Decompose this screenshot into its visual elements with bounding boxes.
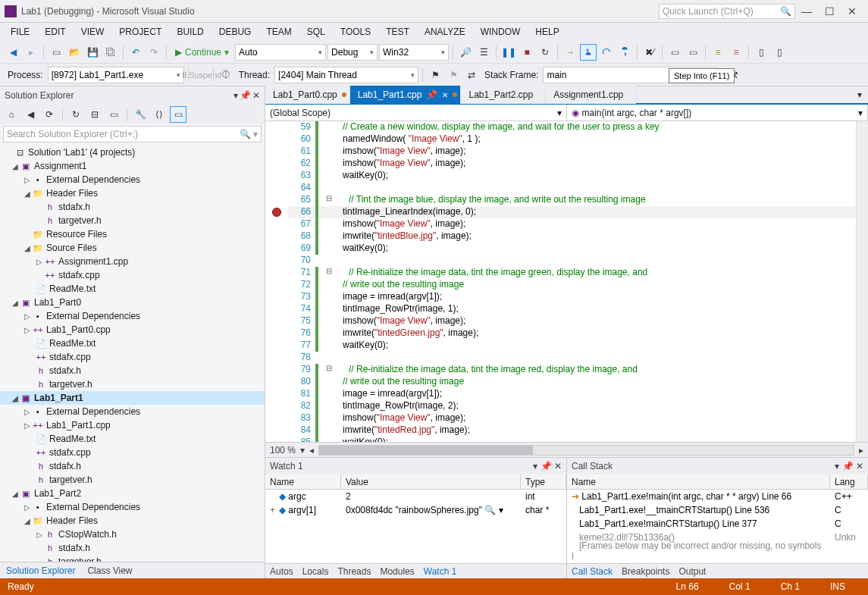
file-node[interactable]: hstdafx.h xyxy=(0,200,265,214)
doc-tab-active[interactable]: Lab1_Part1.cpp📌✕ xyxy=(350,86,462,104)
close-icon[interactable]: ✕ xyxy=(252,90,260,101)
list-button[interactable]: ☰ xyxy=(475,44,492,61)
callstack-row[interactable]: Lab1_Part1.exe!mainCRTStartup() Line 377… xyxy=(567,517,868,531)
code-line[interactable]: imshow("Image View", image); xyxy=(327,412,465,424)
find-button[interactable]: 🔎 xyxy=(457,44,474,61)
file-node[interactable]: ++stdafx.cpp xyxy=(0,350,265,364)
tab-solution-explorer[interactable]: Solution Explorer xyxy=(0,562,81,578)
code-line[interactable]: waitKey(0); xyxy=(327,437,388,442)
menu-tools[interactable]: TOOLS xyxy=(333,27,378,37)
code-line[interactable]: image = imread(argv[1]); xyxy=(327,291,442,303)
solution-node[interactable]: ⊡Solution 'Lab1' (4 projects) xyxy=(0,146,265,159)
scope-dropdown-1[interactable]: (Global Scope)▾ xyxy=(265,105,567,121)
doc-tab[interactable]: Lab1_Part0.cpp xyxy=(265,86,350,104)
menu-test[interactable]: TEST xyxy=(378,27,417,37)
code-line[interactable]: tintImage_RowPtr(image, 1); xyxy=(327,303,459,315)
stop-button[interactable]: ■ xyxy=(519,44,535,61)
col-value[interactable]: Value xyxy=(341,474,521,489)
project-node[interactable]: ◢▣Lab1_Part2 xyxy=(0,487,265,500)
flag-button-2[interactable]: ⚑ xyxy=(445,67,462,83)
code-line[interactable]: // Re-initialize the image data, tint th… xyxy=(334,267,647,279)
code-line[interactable] xyxy=(327,352,343,364)
tab-call-stack[interactable]: Call Stack xyxy=(567,566,617,577)
misc-button-1[interactable]: ▯ xyxy=(753,44,769,61)
redo-button[interactable]: ↷ xyxy=(146,44,162,61)
code-line[interactable]: imshow("Image View", image); xyxy=(327,146,465,158)
file-node[interactable]: hstdafx.h xyxy=(0,459,265,473)
file-node[interactable]: 📄ReadMe.txt xyxy=(0,282,265,296)
folder-node[interactable]: ▷▪External Dependencies xyxy=(0,173,265,186)
file-node[interactable]: hstdafx.h xyxy=(0,364,265,377)
home-button[interactable]: ⌂ xyxy=(3,106,20,123)
close-icon[interactable]: ✕ xyxy=(856,461,863,471)
back-button[interactable]: ◀ xyxy=(22,106,39,123)
file-node[interactable]: htargetver.h xyxy=(0,473,265,487)
minimize-button[interactable]: — xyxy=(795,5,818,17)
scope-dropdown-2[interactable]: ◉main(int argc, char * argv[])▾ xyxy=(567,105,869,121)
window-button-1[interactable]: ▭ xyxy=(666,44,683,61)
pin-icon[interactable]: 📌 xyxy=(240,90,251,101)
project-node[interactable]: ◢▣Lab1_Part0 xyxy=(0,296,265,309)
show-all-button[interactable]: ▭ xyxy=(105,106,122,123)
folder-node[interactable]: 📁Resource Files xyxy=(0,227,265,241)
scroll-left-button[interactable]: ◂ xyxy=(309,445,314,456)
folder-node[interactable]: ◢📁Header Files xyxy=(0,514,265,528)
folder-node[interactable]: ◢📁Source Files xyxy=(0,241,265,255)
step-over-button[interactable] xyxy=(598,44,615,61)
col-lang[interactable]: Lang xyxy=(830,474,868,489)
thread-dropdown[interactable]: [2404] Main Thread▾ xyxy=(274,67,418,83)
platform-dropdown[interactable]: Win32▾ xyxy=(379,44,449,61)
collapse-button[interactable]: ⊟ xyxy=(86,106,103,123)
code-line[interactable]: imshow("Image View", image); xyxy=(327,315,465,327)
col-type[interactable]: Type xyxy=(521,474,566,489)
flag-button-1[interactable]: ⚑ xyxy=(427,67,443,83)
tab-watch1[interactable]: Watch 1 xyxy=(419,566,462,577)
code-line[interactable]: // Re-initialize the image data, tint th… xyxy=(334,364,638,376)
code-line[interactable]: waitKey(0); xyxy=(327,170,388,182)
step-out-button[interactable] xyxy=(616,44,633,61)
pin-icon[interactable]: 📌 xyxy=(842,461,854,471)
tab-autos[interactable]: Autos xyxy=(265,566,298,577)
outline-toggle[interactable]: ⊟ xyxy=(324,194,334,206)
horizontal-scrollbar[interactable] xyxy=(318,445,854,456)
menu-analyze[interactable]: ANALYZE xyxy=(417,27,473,37)
pin-icon[interactable]: 📌 xyxy=(426,89,437,100)
doc-tab[interactable]: Lab1_Part2.cpp xyxy=(461,86,546,104)
view-button[interactable]: ▭ xyxy=(170,106,186,123)
file-node[interactable]: htargetver.h xyxy=(0,555,265,562)
menu-build[interactable]: BUILD xyxy=(169,27,211,37)
menu-file[interactable]: FILE xyxy=(3,27,37,37)
misc-button-2[interactable]: ▯ xyxy=(771,44,788,61)
code-line[interactable]: // Tint the image blue, display the imag… xyxy=(334,194,646,206)
code-line[interactable]: image = imread(argv[1]); xyxy=(327,388,442,400)
code-line[interactable]: tintImage_LinearIndex(image, 0); xyxy=(327,206,476,218)
tab-overflow-button[interactable]: ▾ xyxy=(851,86,868,103)
restart-button[interactable]: ↻ xyxy=(537,44,553,61)
menu-project[interactable]: PROJECT xyxy=(111,27,169,37)
code-line[interactable]: imshow("Image View", image); xyxy=(327,218,465,230)
file-node[interactable]: ++stdafx.cpp xyxy=(0,268,265,282)
solution-dropdown[interactable]: Debug▾ xyxy=(327,44,378,61)
callstack-row[interactable]: [Frames below may be incorrect and/or mi… xyxy=(567,544,868,558)
search-solution-input[interactable]: Search Solution Explorer (Ctrl+;) 🔍 ▾ xyxy=(3,126,262,142)
file-node[interactable]: ▷hCStopWatch.h xyxy=(0,528,265,541)
vertical-scrollbar[interactable] xyxy=(856,121,868,442)
scroll-right-button[interactable]: ▸ xyxy=(859,445,863,456)
comment-button[interactable]: ≡ xyxy=(710,44,726,61)
code-line[interactable]: imwrite("tintedBlue.jpg", image); xyxy=(327,230,472,243)
col-name[interactable]: Name xyxy=(567,474,830,489)
code-line[interactable] xyxy=(327,182,343,194)
file-node[interactable]: htargetver.h xyxy=(0,214,265,227)
code-line[interactable]: // write out the resulting image xyxy=(327,279,464,291)
code-line[interactable]: imshow("Image View", image); xyxy=(327,158,465,170)
tab-locals[interactable]: Locals xyxy=(298,566,334,577)
pin-icon[interactable]: 📌 xyxy=(541,461,552,471)
callstack-row[interactable]: Lab1_Part1.exe!__tmainCRTStartup() Line … xyxy=(567,503,868,517)
folder-node[interactable]: ◢📁Header Files xyxy=(0,186,265,200)
file-node[interactable]: ++stdafx.cpp xyxy=(0,446,265,459)
flag-button-3[interactable]: ⇄ xyxy=(463,67,480,83)
code-line[interactable]: imwrite("tintedRed.jpg", image); xyxy=(327,424,470,437)
tab-class-view[interactable]: Class View xyxy=(81,562,138,578)
sync-button[interactable]: ⟳ xyxy=(41,106,58,123)
save-all-button[interactable]: ⿻ xyxy=(102,44,119,61)
